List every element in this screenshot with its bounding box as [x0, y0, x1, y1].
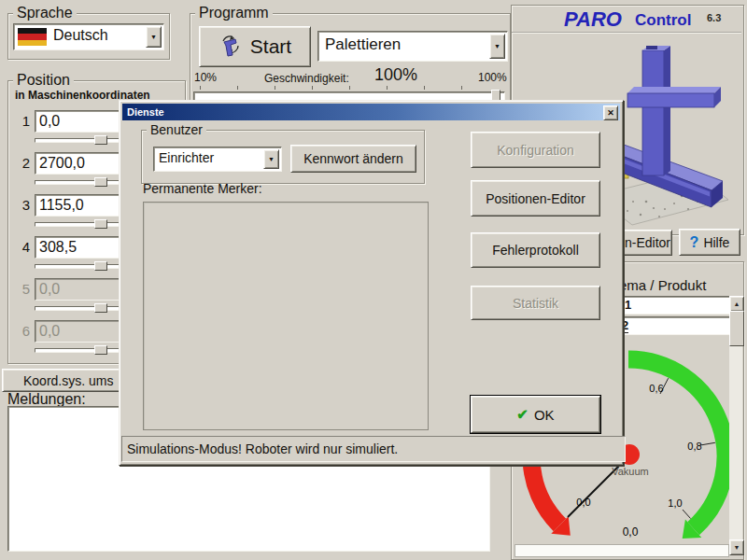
start-button[interactable]: Start — [199, 26, 311, 67]
axis-5-number: 5 — [17, 281, 30, 297]
programm-group-label: Programm — [195, 5, 273, 21]
koord-sys-button-label: Koord.sys. ums — [3, 373, 113, 388]
positionen-editor-label: Positionen-Editor — [486, 191, 585, 206]
speed-slider-ticks — [200, 86, 499, 90]
dienste-dialog: Dienste ✕ Benutzer Einrichter ▼ Kennwort… — [119, 100, 624, 466]
gauge-title: Vakuum — [612, 466, 649, 477]
merker-listbox[interactable] — [143, 202, 429, 430]
axis-4-slider-thumb[interactable] — [94, 261, 107, 271]
fehlerprotokoll-button[interactable]: Fehlerprotokoll — [471, 232, 600, 268]
robot-start-icon — [218, 35, 243, 59]
gauge-tick-label: 0,8 — [687, 441, 701, 452]
product-label: ema / Produkt — [619, 277, 706, 293]
gauge-value: 0,0 — [623, 525, 639, 539]
axis-5-slider-thumb — [94, 303, 107, 313]
scroll-up-icon[interactable]: ▲ — [729, 296, 744, 312]
german-flag-icon — [18, 28, 47, 46]
chevron-down-icon[interactable]: ▼ — [263, 149, 279, 169]
product-list-item-label: 1 — [625, 298, 631, 312]
axis-3-number: 3 — [17, 197, 30, 213]
help-button[interactable]: ? Hilfe — [679, 229, 740, 256]
chevron-down-icon[interactable]: ▼ — [146, 26, 162, 48]
brand-name: PARO — [564, 7, 622, 32]
statistik-button: Statistik — [471, 286, 600, 320]
positionen-editor-button[interactable]: Positionen-Editor — [471, 180, 600, 217]
axis-1-number: 1 — [17, 113, 30, 129]
user-value: Einrichter — [159, 150, 214, 165]
axis-2-number: 2 — [17, 155, 30, 171]
help-button-label: Hilfe — [703, 235, 729, 250]
merker-label: Permanente Merker: — [143, 181, 262, 196]
ok-button-label: OK — [534, 407, 555, 423]
ok-button-frame: ✔ OK — [470, 395, 601, 434]
gauge-zero-label: 0,0 — [576, 497, 590, 508]
panel-scrollbar[interactable]: ▲ ▼ — [729, 296, 742, 555]
change-password-button[interactable]: Kennwort ändern — [290, 145, 416, 173]
speed-min-label: 10% — [194, 71, 217, 84]
konfiguration-button: Konfiguration — [471, 132, 600, 168]
speed-label: Geschwindigkeit: — [264, 72, 349, 85]
program-value: Palettieren — [325, 35, 401, 54]
dialog-title: Dienste — [127, 106, 164, 118]
sprache-group-label: Sprache — [13, 5, 77, 21]
gauge-tick-label: 0,6 — [649, 383, 663, 394]
dialog-status-bar: Simulations-Modus! Roboter wird nur simu… — [121, 436, 626, 462]
scroll-down-icon[interactable]: ▼ — [729, 539, 744, 555]
help-icon: ? — [690, 234, 699, 251]
axis-1-slider-thumb[interactable] — [94, 135, 107, 145]
speed-value: 100% — [374, 65, 417, 85]
konfiguration-label: Konfiguration — [497, 143, 574, 158]
brand-separator — [512, 32, 741, 33]
scrollbar-thumb[interactable] — [729, 311, 744, 346]
axis-2-slider-thumb[interactable] — [94, 177, 107, 187]
editor-button-label: n-Editor — [625, 235, 670, 250]
language-combobox[interactable]: Deutsch ▼ — [13, 23, 164, 50]
gauge-tick-label: 1,0 — [668, 497, 682, 509]
axis-6-slider-thumb — [94, 345, 107, 355]
close-icon[interactable]: ✕ — [603, 105, 618, 120]
statistik-label: Statistik — [513, 296, 558, 311]
fehlerprotokoll-label: Fehlerprotokoll — [492, 243, 579, 258]
ok-button[interactable]: ✔ OK — [471, 396, 600, 433]
brand-version: 6.3 — [707, 12, 721, 23]
benutzer-group-label: Benutzer — [147, 122, 206, 137]
change-password-label: Kennwort ändern — [303, 151, 403, 166]
chevron-down-icon[interactable]: ▼ — [489, 34, 505, 59]
user-combobox[interactable]: Einrichter ▼ — [153, 147, 282, 172]
start-button-label: Start — [250, 35, 291, 58]
speed-max-label: 100% — [478, 71, 507, 84]
axis-4-number: 4 — [17, 239, 30, 255]
horizontal-scrollbar-track[interactable] — [514, 544, 729, 557]
axis-6-number: 6 — [17, 323, 30, 339]
paro-control-main-window: Sprache Deutsch ▼ Programm Start Paletti… — [0, 0, 747, 560]
axis-3-slider-thumb[interactable] — [94, 219, 107, 229]
language-value: Deutsch — [53, 27, 108, 44]
position-group-label: Position — [13, 72, 74, 89]
brand-product: Control — [635, 11, 691, 30]
dialog-titlebar[interactable]: Dienste — [122, 104, 620, 120]
program-combobox[interactable]: Palettieren ▼ — [317, 31, 508, 62]
gauge-red-arc — [531, 460, 559, 525]
dialog-status-text: Simulations-Modus! Roboter wird nur simu… — [127, 441, 398, 456]
check-icon: ✔ — [516, 406, 529, 423]
